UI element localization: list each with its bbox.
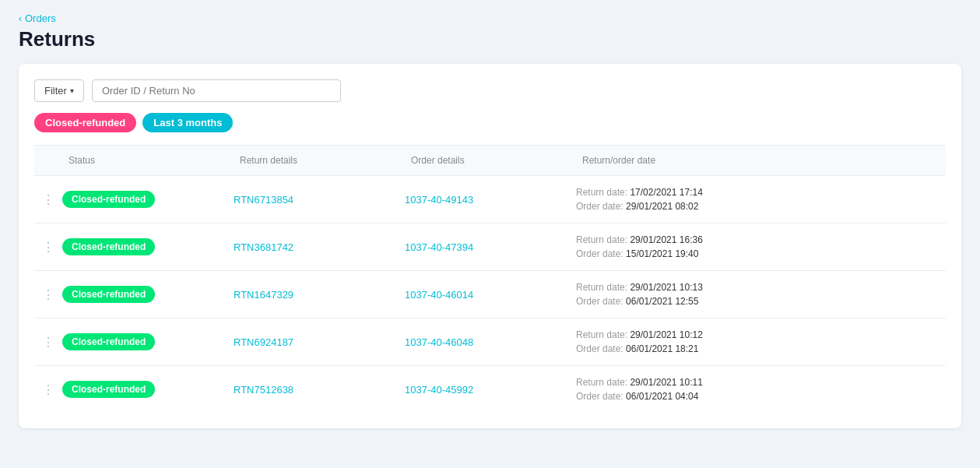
- return-details-link[interactable]: RTN6924187: [234, 336, 293, 348]
- row-menu-button[interactable]: ⋮: [34, 240, 62, 255]
- header-order-details: Order details: [405, 152, 576, 169]
- table-wrapper: Status Return details Order details Retu…: [34, 145, 946, 413]
- row-menu-button[interactable]: ⋮: [34, 382, 62, 397]
- return-date-line: Return date: 29/01/2021 16:36: [576, 234, 946, 245]
- row-menu-button[interactable]: ⋮: [34, 287, 62, 302]
- return-date-label: Return date:: [576, 234, 627, 245]
- order-date-value: 15/01/2021 19:40: [626, 248, 698, 259]
- row-status: Closed-refunded: [62, 191, 234, 208]
- status-badge: Closed-refunded: [62, 381, 155, 398]
- breadcrumb[interactable]: ‹ Orders: [19, 12, 961, 24]
- row-order-details: 1037-40-47394: [405, 241, 576, 253]
- order-date-line: Order date: 06/01/2021 18:21: [576, 343, 946, 354]
- row-return-details: RTN6924187: [234, 336, 405, 348]
- filter-label: Filter: [44, 85, 67, 97]
- return-date-label: Return date:: [576, 377, 627, 388]
- tag-last-3-months[interactable]: Last 3 months: [142, 113, 233, 132]
- row-status: Closed-refunded: [62, 238, 234, 255]
- order-details-link[interactable]: 1037-40-45992: [405, 384, 473, 396]
- return-date-value: 29/01/2021 10:11: [630, 377, 702, 388]
- order-date-label: Order date:: [576, 343, 623, 354]
- row-return-details: RTN7512638: [234, 384, 405, 396]
- return-date-value: 17/02/2021 17:14: [630, 187, 702, 198]
- table-row: ⋮ Closed-refunded RTN6924187 1037-40-460…: [34, 318, 946, 366]
- return-date-label: Return date:: [576, 187, 627, 198]
- row-order-details: 1037-40-46014: [405, 289, 576, 301]
- return-date-value: 29/01/2021 10:12: [630, 329, 702, 340]
- table-row: ⋮ Closed-refunded RTN3681742 1037-40-473…: [34, 223, 946, 271]
- status-badge: Closed-refunded: [62, 333, 155, 350]
- order-date-line: Order date: 15/01/2021 19:40: [576, 248, 946, 259]
- row-order-details: 1037-40-45992: [405, 384, 576, 396]
- filter-row: Filter ▾: [34, 79, 946, 102]
- return-date-value: 29/01/2021 16:36: [630, 234, 702, 245]
- row-return-details: RTN6713854: [234, 194, 405, 206]
- header-return-details: Return details: [234, 152, 405, 169]
- order-details-link[interactable]: 1037-40-46014: [405, 289, 473, 301]
- return-details-link[interactable]: RTN3681742: [234, 241, 293, 253]
- order-date-label: Order date:: [576, 296, 623, 307]
- table-row: ⋮ Closed-refunded RTN1647329 1037-40-460…: [34, 271, 946, 318]
- order-date-value: 06/01/2021 04:04: [626, 391, 698, 402]
- header-status: Status: [62, 152, 234, 169]
- row-menu-button[interactable]: ⋮: [34, 192, 62, 207]
- row-dates: Return date: 29/01/2021 10:11 Order date…: [576, 377, 946, 402]
- return-date-label: Return date:: [576, 282, 627, 293]
- header-menu-col: [34, 152, 62, 169]
- status-badge: Closed-refunded: [62, 286, 155, 303]
- order-details-link[interactable]: 1037-40-49143: [405, 194, 473, 206]
- search-input[interactable]: [92, 79, 341, 102]
- return-details-link[interactable]: RTN1647329: [234, 289, 293, 301]
- order-date-line: Order date: 29/01/2021 08:02: [576, 201, 946, 212]
- order-date-label: Order date:: [576, 391, 623, 402]
- return-date-line: Return date: 17/02/2021 17:14: [576, 187, 946, 198]
- row-return-details: RTN3681742: [234, 241, 405, 253]
- order-date-value: 29/01/2021 08:02: [626, 201, 698, 212]
- return-date-value: 29/01/2021 10:13: [630, 282, 702, 293]
- table-body: ⋮ Closed-refunded RTN6713854 1037-40-491…: [34, 176, 946, 413]
- chevron-down-icon: ▾: [70, 86, 74, 95]
- table-row: ⋮ Closed-refunded RTN7512638 1037-40-459…: [34, 366, 946, 413]
- back-chevron-icon: ‹: [19, 13, 22, 24]
- return-date-line: Return date: 29/01/2021 10:12: [576, 329, 946, 340]
- status-badge: Closed-refunded: [62, 191, 155, 208]
- header-date: Return/order date: [576, 152, 946, 169]
- order-details-link[interactable]: 1037-40-47394: [405, 241, 473, 253]
- return-details-link[interactable]: RTN6713854: [234, 194, 293, 206]
- order-details-link[interactable]: 1037-40-46048: [405, 336, 473, 348]
- order-date-line: Order date: 06/01/2021 04:04: [576, 391, 946, 402]
- status-badge: Closed-refunded: [62, 238, 155, 255]
- row-dates: Return date: 29/01/2021 16:36 Order date…: [576, 234, 946, 259]
- table-header: Status Return details Order details Retu…: [34, 145, 946, 176]
- row-dates: Return date: 29/01/2021 10:12 Order date…: [576, 329, 946, 354]
- order-date-label: Order date:: [576, 201, 623, 212]
- page-title: Returns: [19, 27, 961, 51]
- row-status: Closed-refunded: [62, 333, 234, 350]
- row-menu-button[interactable]: ⋮: [34, 335, 62, 350]
- main-card: Filter ▾ Closed-refunded Last 3 months S…: [19, 64, 961, 428]
- breadcrumb-label: Orders: [25, 12, 56, 24]
- row-dates: Return date: 29/01/2021 10:13 Order date…: [576, 282, 946, 307]
- order-date-line: Order date: 06/01/2021 12:55: [576, 296, 946, 307]
- order-date-label: Order date:: [576, 248, 623, 259]
- return-date-line: Return date: 29/01/2021 10:11: [576, 377, 946, 388]
- row-status: Closed-refunded: [62, 381, 234, 398]
- order-date-value: 06/01/2021 12:55: [626, 296, 698, 307]
- row-order-details: 1037-40-46048: [405, 336, 576, 348]
- return-details-link[interactable]: RTN7512638: [234, 384, 293, 396]
- order-date-value: 06/01/2021 18:21: [626, 343, 698, 354]
- filter-button[interactable]: Filter ▾: [34, 79, 84, 102]
- row-order-details: 1037-40-49143: [405, 194, 576, 206]
- row-dates: Return date: 17/02/2021 17:14 Order date…: [576, 187, 946, 212]
- tag-closed-refunded[interactable]: Closed-refunded: [34, 113, 136, 132]
- page-wrapper: ‹ Orders Returns Filter ▾ Closed-refunde…: [0, 0, 980, 468]
- return-date-label: Return date:: [576, 329, 627, 340]
- row-status: Closed-refunded: [62, 286, 234, 303]
- table-row: ⋮ Closed-refunded RTN6713854 1037-40-491…: [34, 176, 946, 223]
- return-date-line: Return date: 29/01/2021 10:13: [576, 282, 946, 293]
- tags-row: Closed-refunded Last 3 months: [34, 113, 946, 132]
- row-return-details: RTN1647329: [234, 289, 405, 301]
